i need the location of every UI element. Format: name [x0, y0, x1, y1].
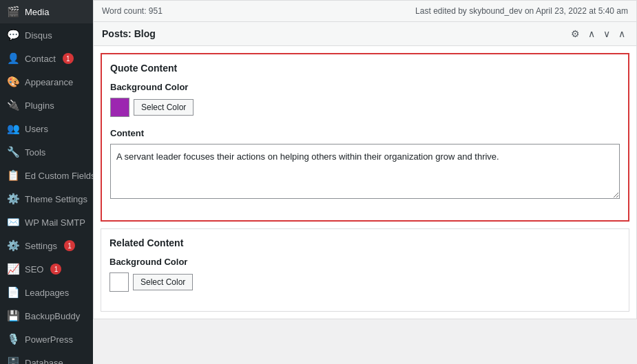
seo-badge: 1	[50, 264, 61, 275]
sidebar-item-label: Media	[25, 7, 49, 17]
select-color-button[interactable]: Select Color	[134, 99, 194, 116]
related-content-section: Related Content Background Color Select …	[101, 228, 629, 312]
sidebar-item-label: Database	[25, 358, 63, 365]
panel-settings-button[interactable]: ⚙	[568, 28, 583, 40]
settings-icon: ⚙️	[7, 239, 19, 252]
last-edited: Last edited by skybound_dev on April 23,…	[415, 6, 628, 16]
sidebar-item-powerpress[interactable]: 🎙️ PowerPress	[0, 328, 93, 351]
sidebar-item-label: Tools	[25, 147, 45, 158]
contact-badge: 1	[63, 53, 74, 64]
content-field: Content	[110, 128, 620, 201]
quote-content-section: Quote Content Background Color Select Co…	[101, 53, 629, 222]
sidebar-item-leadpages[interactable]: 📄 Leadpages	[0, 281, 93, 304]
bg-color-label: Background Color	[110, 82, 620, 92]
tools-icon: 🔧	[7, 146, 19, 158]
related-color-swatch[interactable]	[109, 272, 129, 292]
related-bg-color-label: Background Color	[109, 257, 620, 267]
plugins-icon: 🔌	[7, 99, 19, 111]
related-bg-color-field: Background Color Select Color	[109, 257, 620, 292]
theme-settings-icon: ⚙️	[7, 193, 19, 205]
users-icon: 👥	[7, 122, 19, 135]
backup-icon: 💾	[7, 310, 19, 322]
sidebar-item-label: Disqus	[25, 30, 52, 41]
sidebar-item-label: Settings	[25, 241, 57, 251]
posts-panel-title: Posts: Blog	[102, 28, 156, 39]
seo-icon: 📈	[7, 263, 19, 275]
related-color-picker-row: Select Color	[109, 272, 620, 292]
sidebar-item-seo[interactable]: 📈 SEO 1	[0, 257, 93, 281]
sidebar-item-label: Theme Settings	[25, 194, 87, 204]
sidebar-item-label: Ed Custom Fields	[25, 171, 93, 181]
sidebar-item-database[interactable]: 🗄️ Database	[0, 351, 93, 364]
appearance-icon: 🎨	[7, 76, 19, 88]
bg-color-field: Background Color Select Color	[110, 82, 620, 117]
sidebar-item-contact[interactable]: 👤 Contact 1	[0, 47, 93, 70]
panel-collapse-button[interactable]: ∧	[616, 28, 628, 40]
panel-down-button[interactable]: ∨	[601, 28, 613, 40]
sidebar-item-disqus[interactable]: 💬 Disqus	[0, 23, 93, 47]
sidebar-item-users[interactable]: 👥 Users	[0, 117, 93, 140]
panel-controls: ⚙ ∧ ∨ ∧	[568, 28, 628, 40]
content-label: Content	[110, 128, 620, 138]
panel-up-button[interactable]: ∧	[585, 28, 598, 40]
sidebar-item-label: SEO	[25, 264, 43, 275]
word-count: Word count: 951	[102, 6, 163, 16]
disqus-icon: 💬	[7, 29, 19, 41]
sidebar: 🎬 Media 💬 Disqus 👤 Contact 1 🎨 Appearanc…	[0, 0, 93, 364]
related-section-title: Related Content	[109, 237, 620, 248]
settings-badge: 1	[64, 240, 75, 251]
word-count-bar: Word count: 951 Last edited by skybound_…	[93, 0, 637, 21]
posts-panel: Posts: Blog ⚙ ∧ ∨ ∧ Quote Content Backgr…	[93, 21, 637, 319]
media-icon: 🎬	[7, 6, 19, 18]
sidebar-item-settings[interactable]: ⚙️ Settings 1	[0, 234, 93, 257]
sidebar-item-wp-mail-smtp[interactable]: ✉️ WP Mail SMTP	[0, 211, 93, 234]
wpmail-icon: ✉️	[7, 216, 19, 228]
content-textarea[interactable]	[110, 144, 620, 199]
sidebar-item-plugins[interactable]: 🔌 Plugins	[0, 94, 93, 117]
sidebar-item-custom-fields[interactable]: 📋 Ed Custom Fields	[0, 164, 93, 187]
sidebar-item-label: Plugins	[25, 100, 54, 111]
sidebar-item-label: Contact	[25, 54, 56, 64]
sidebar-item-media[interactable]: 🎬 Media	[0, 0, 93, 23]
powerpress-icon: 🎙️	[7, 333, 19, 345]
database-icon: 🗄️	[7, 356, 19, 364]
main-content: Word count: 951 Last edited by skybound_…	[93, 0, 637, 364]
sidebar-item-label: Users	[25, 124, 48, 134]
color-picker-row: Select Color	[110, 98, 620, 117]
sidebar-item-label: Leadpages	[25, 288, 69, 298]
contact-icon: 👤	[7, 52, 19, 65]
sidebar-item-label: PowerPress	[25, 334, 73, 345]
color-swatch[interactable]	[110, 98, 129, 117]
sidebar-item-backupbuddy[interactable]: 💾 BackupBuddy	[0, 304, 93, 328]
sidebar-item-label: WP Mail SMTP	[25, 217, 85, 228]
related-select-color-button[interactable]: Select Color	[133, 274, 193, 290]
custom-fields-icon: 📋	[7, 169, 19, 182]
sidebar-item-tools[interactable]: 🔧 Tools	[0, 140, 93, 164]
sidebar-item-appearance[interactable]: 🎨 Appearance	[0, 70, 93, 94]
sidebar-item-theme-settings[interactable]: ⚙️ Theme Settings	[0, 187, 93, 211]
leadpages-icon: 📄	[7, 286, 19, 299]
sidebar-item-label: Appearance	[25, 77, 73, 87]
quote-section-title: Quote Content	[110, 63, 620, 74]
sidebar-item-label: BackupBuddy	[25, 311, 80, 321]
posts-panel-header: Posts: Blog ⚙ ∧ ∨ ∧	[94, 22, 636, 46]
